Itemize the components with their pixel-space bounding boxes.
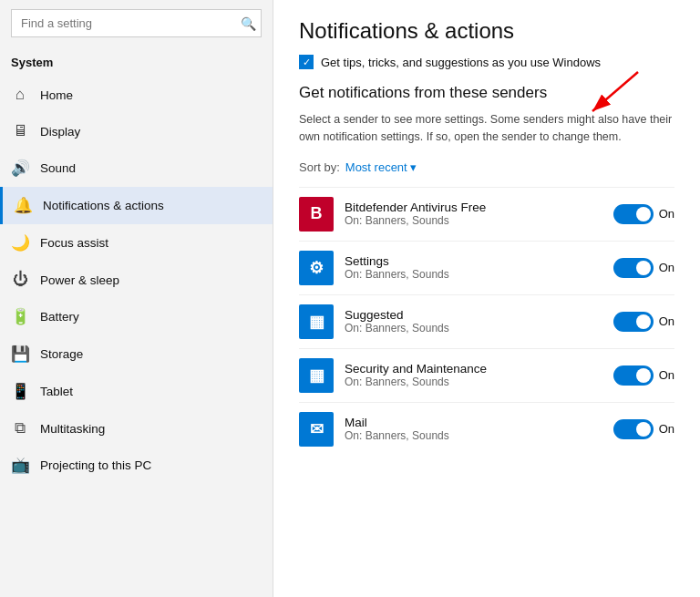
settings-name: Settings: [345, 254, 602, 268]
suggested-toggle[interactable]: [613, 312, 654, 332]
suggested-toggle-label: On: [659, 314, 674, 328]
security-toggle[interactable]: [613, 365, 654, 386]
mail-app-icon: ✉: [299, 412, 334, 447]
sidebar-item-focus[interactable]: 🌙Focus assist: [0, 224, 273, 262]
sender-item-suggested[interactable]: ▦SuggestedOn: Banners, SoundsOn: [299, 294, 674, 348]
settings-toggle-area: On: [613, 258, 674, 278]
sender-item-security[interactable]: ▦Security and MaintenanceOn: Banners, So…: [299, 348, 674, 402]
security-info: Security and MaintenanceOn: Banners, Sou…: [345, 362, 602, 388]
tablet-icon: 📱: [11, 382, 29, 401]
mail-info: MailOn: Banners, Sounds: [345, 416, 602, 442]
sidebar-item-tablet[interactable]: 📱Tablet: [0, 373, 273, 410]
notifications-icon: 🔔: [14, 196, 32, 215]
sort-value: Most recent: [345, 160, 407, 174]
sidebar-item-label-notifications: Notifications & actions: [43, 199, 164, 212]
security-toggle-area: On: [613, 365, 674, 386]
mail-toggle-label: On: [659, 422, 674, 436]
section-heading: Get notifications from these senders: [299, 84, 674, 102]
display-icon: 🖥: [11, 122, 29, 140]
suggested-app-icon: ▦: [299, 304, 334, 339]
bitdefender-toggle-area: On: [613, 204, 674, 224]
settings-toggle[interactable]: [613, 258, 654, 278]
bitdefender-app-icon: B: [299, 197, 334, 232]
sidebar-item-label-multitasking: Multitasking: [40, 422, 105, 436]
suggested-name: Suggested: [345, 308, 602, 322]
suggested-info: SuggestedOn: Banners, Sounds: [345, 308, 602, 335]
power-icon: ⏻: [11, 271, 29, 289]
sidebar-item-home[interactable]: ⌂Home: [0, 77, 273, 113]
settings-sub: On: Banners, Sounds: [345, 268, 602, 281]
focus-icon: 🌙: [11, 233, 29, 252]
multitasking-icon: ⧉: [11, 419, 29, 437]
bitdefender-toggle[interactable]: [613, 204, 654, 224]
bitdefender-info: Bitdefender Antivirus FreeOn: Banners, S…: [345, 201, 602, 227]
search-button[interactable]: 🔍: [241, 16, 256, 31]
main-content: Notifications & actions Get tips, tricks…: [273, 0, 700, 597]
checkbox-text: Get tips, tricks, and suggestions as you…: [321, 56, 601, 69]
sidebar-item-label-power: Power & sleep: [40, 273, 119, 287]
settings-app-icon: ⚙: [299, 251, 334, 285]
mail-name: Mail: [345, 416, 602, 429]
sidebar-item-power[interactable]: ⏻Power & sleep: [0, 262, 273, 298]
sidebar-item-display[interactable]: 🖥Display: [0, 113, 273, 149]
description-text: Select a sender to see more settings. So…: [299, 111, 674, 146]
nav-list: ⌂Home🖥Display🔊Sound🔔Notifications & acti…: [0, 77, 273, 484]
sidebar-item-sound[interactable]: 🔊Sound: [0, 149, 273, 187]
sidebar-item-multitasking[interactable]: ⧉Multitasking: [0, 410, 273, 447]
chevron-down-icon: ▾: [410, 160, 417, 174]
home-icon: ⌂: [11, 86, 29, 104]
sidebar-item-label-tablet: Tablet: [40, 385, 73, 398]
sidebar-item-label-sound: Sound: [40, 161, 76, 175]
sidebar-item-notifications[interactable]: 🔔Notifications & actions: [0, 187, 273, 224]
sidebar-item-battery[interactable]: 🔋Battery: [0, 298, 273, 335]
sound-icon: 🔊: [11, 159, 29, 178]
sort-row: Sort by: Most recent ▾: [299, 160, 674, 174]
bitdefender-toggle-label: On: [659, 207, 674, 221]
suggested-toggle-area: On: [613, 312, 674, 332]
sort-label: Sort by:: [299, 160, 340, 174]
system-label: System: [0, 52, 273, 77]
sort-dropdown[interactable]: Most recent ▾: [345, 160, 417, 174]
sidebar-item-label-home: Home: [40, 88, 73, 102]
storage-icon: 💾: [11, 345, 29, 364]
security-sub: On: Banners, Sounds: [345, 376, 602, 388]
mail-sub: On: Banners, Sounds: [345, 429, 602, 442]
settings-toggle-label: On: [659, 261, 674, 274]
sidebar: 🔍 System ⌂Home🖥Display🔊Sound🔔Notificatio…: [0, 0, 273, 597]
mail-toggle[interactable]: [613, 419, 654, 439]
settings-info: SettingsOn: Banners, Sounds: [345, 254, 602, 281]
sidebar-item-label-storage: Storage: [40, 347, 83, 361]
security-app-icon: ▦: [299, 358, 334, 393]
sender-item-bitdefender[interactable]: BBitdefender Antivirus FreeOn: Banners, …: [299, 187, 674, 241]
sidebar-item-projecting[interactable]: 📺Projecting to this PC: [0, 447, 273, 484]
tips-checkbox[interactable]: [299, 55, 314, 69]
sidebar-item-label-focus: Focus assist: [40, 236, 108, 250]
security-name: Security and Maintenance: [345, 362, 602, 376]
search-input[interactable]: [11, 9, 262, 37]
security-toggle-label: On: [659, 368, 674, 382]
projecting-icon: 📺: [11, 456, 29, 475]
suggested-sub: On: Banners, Sounds: [345, 322, 602, 335]
bitdefender-name: Bitdefender Antivirus Free: [345, 201, 602, 214]
search-container: 🔍: [11, 9, 262, 37]
bitdefender-sub: On: Banners, Sounds: [345, 214, 602, 227]
sidebar-item-label-projecting: Projecting to this PC: [40, 458, 151, 472]
sidebar-item-label-display: Display: [40, 125, 80, 139]
sender-item-mail[interactable]: ✉MailOn: Banners, SoundsOn: [299, 402, 674, 456]
sidebar-item-storage[interactable]: 💾Storage: [0, 335, 273, 373]
sidebar-item-label-battery: Battery: [40, 310, 79, 324]
senders-list: BBitdefender Antivirus FreeOn: Banners, …: [299, 187, 674, 456]
battery-icon: 🔋: [11, 307, 29, 326]
checkbox-row: Get tips, tricks, and suggestions as you…: [299, 55, 674, 69]
page-title: Notifications & actions: [299, 18, 674, 44]
sender-item-settings[interactable]: ⚙SettingsOn: Banners, SoundsOn: [299, 241, 674, 294]
mail-toggle-area: On: [613, 419, 674, 439]
